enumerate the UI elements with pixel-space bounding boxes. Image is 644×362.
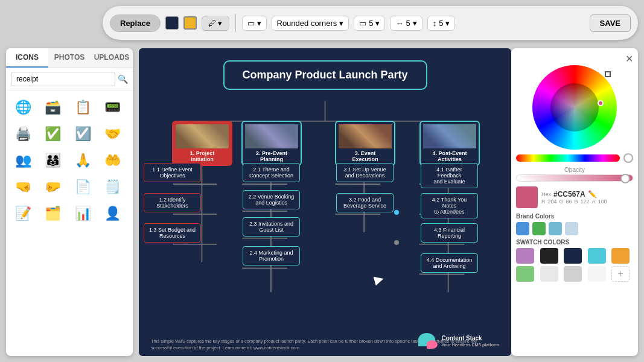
- l2-box-1-3[interactable]: 1.3 Set Budget andResources: [144, 223, 201, 243]
- l2-box-4-4[interactable]: 4.4 Documentationand Archiving: [421, 253, 478, 273]
- search-input[interactable]: [11, 72, 115, 86]
- list-item[interactable]: 📊: [71, 202, 95, 226]
- l2-box-2-3[interactable]: 2.3 Invitations andGuest List: [243, 217, 300, 237]
- list-item[interactable]: 🗂️: [41, 202, 65, 226]
- list-item[interactable]: 🤜: [11, 175, 35, 199]
- border-size-select[interactable]: ▭ 5 ▾: [354, 16, 385, 31]
- list-item[interactable]: 🗒️: [101, 175, 125, 199]
- list-item[interactable]: 📝: [11, 202, 35, 226]
- l2-box-1-2[interactable]: 1.2 IdentifyStakeholders: [144, 193, 201, 212]
- fill-color-swatch[interactable]: [165, 16, 179, 30]
- list-item[interactable]: ✅: [41, 122, 65, 146]
- style-picker-button[interactable]: 🖊 ▾: [202, 16, 229, 31]
- left-panel: ICONS PHOTOS UPLOADS 🔍 🌐 🗃️ 📋 📟 🖨️ ✅ ☑️ …: [6, 48, 133, 356]
- brand-color-dots: [516, 222, 633, 235]
- l1-box-3[interactable]: 3. EventExecution: [335, 121, 395, 166]
- list-item[interactable]: 🤝: [101, 122, 125, 146]
- list-item[interactable]: 🌐: [11, 95, 35, 119]
- list-item[interactable]: 📄: [71, 175, 95, 199]
- brand-color-1[interactable]: [516, 222, 529, 235]
- hex-section: Hex #CC567A ✏️ R 204 G 86 B 122 A 100: [516, 186, 633, 208]
- list-item[interactable]: 🤲: [101, 148, 125, 173]
- l1-box-2-label: 2. Pre-EventPlanning: [256, 150, 287, 162]
- list-item[interactable]: 👥: [11, 148, 35, 173]
- l1-box-4[interactable]: 4. Post-EventActivities: [419, 121, 480, 166]
- color-wheel-svg: [532, 65, 617, 150]
- l1-box-1[interactable]: 1. ProjectInitiation: [172, 121, 232, 166]
- a-value: 100: [598, 198, 607, 205]
- replace-button[interactable]: Replace: [110, 14, 161, 32]
- l2-box-3-2[interactable]: 3.2 Food andBeverage Service: [336, 193, 394, 212]
- v-spacing-value: 5: [439, 19, 443, 28]
- l2-box-4-1[interactable]: 4.1 Gather Feedbackand Evaluate: [421, 163, 478, 188]
- rounded-corners-label: Rounded corners: [277, 19, 337, 28]
- search-row: 🔍: [6, 68, 133, 91]
- l2-box-1-1[interactable]: 1.1 Define EventObjectives: [144, 163, 201, 182]
- opacity-bar[interactable]: [516, 174, 633, 182]
- l1-box-2[interactable]: 2. Pre-EventPlanning: [241, 121, 302, 166]
- hex-edit-icon[interactable]: ✏️: [588, 190, 597, 198]
- opacity-handle[interactable]: [620, 174, 630, 183]
- hue-handle[interactable]: [623, 153, 633, 163]
- l2-box-4-3[interactable]: 4.3 FinancialReporting: [421, 223, 478, 243]
- opacity-label: Opacity: [516, 167, 633, 173]
- swatch-9[interactable]: [588, 266, 606, 282]
- brand-color-3[interactable]: [549, 222, 562, 235]
- hue-bar[interactable]: [516, 154, 620, 162]
- panel-tabs: ICONS PHOTOS UPLOADS: [6, 48, 133, 68]
- save-button[interactable]: SAVE: [590, 14, 631, 32]
- list-item[interactable]: 🙏: [71, 148, 95, 173]
- swatch-6[interactable]: [516, 266, 534, 282]
- list-item[interactable]: 📋: [71, 95, 95, 119]
- brand-colors-label: Brand Colors: [516, 213, 633, 220]
- list-item[interactable]: 👨‍👩‍👧: [41, 148, 65, 173]
- connector-dot-1: [394, 210, 399, 215]
- toolbar: Replace 🖊 ▾ ▭▾ Rounded corners ▾ ▭ 5 ▾ ↔…: [103, 6, 638, 40]
- wbs-title[interactable]: Company Product Launch Party: [223, 60, 427, 90]
- swatch-add-button[interactable]: +: [611, 266, 630, 282]
- h-spacing-select[interactable]: ↔ 5 ▾: [390, 16, 422, 31]
- border-size-value: 5: [369, 19, 373, 28]
- swatch-1[interactable]: [516, 248, 534, 264]
- list-item[interactable]: 🖨️: [11, 122, 35, 146]
- list-item[interactable]: 📟: [101, 95, 125, 119]
- swatch-7[interactable]: [540, 266, 558, 282]
- list-item[interactable]: 👤: [101, 202, 125, 226]
- a-label: A: [592, 198, 596, 205]
- hex-value: #CC567A: [553, 190, 585, 198]
- tab-uploads[interactable]: UPLOADS: [91, 48, 133, 68]
- rgb-row: R 204 G 86 B 122 A 100: [541, 198, 633, 205]
- swatch-8[interactable]: [564, 266, 582, 282]
- r-value: 204: [548, 198, 557, 205]
- brand-color-2[interactable]: [532, 222, 546, 235]
- color-wheel-white-dot: [605, 71, 611, 77]
- brand-color-4[interactable]: [565, 222, 578, 235]
- rounded-corners-select[interactable]: Rounded corners ▾: [272, 16, 349, 31]
- list-item[interactable]: 🤛: [41, 175, 65, 199]
- r-label: R: [541, 198, 546, 205]
- shape-select[interactable]: ▭▾: [242, 16, 267, 31]
- close-button[interactable]: ✕: [625, 53, 633, 65]
- b-value: 122: [581, 198, 590, 205]
- l2-box-2-4[interactable]: 2.4 Marketing andPromotion: [243, 246, 300, 265]
- v-spacing-select[interactable]: ↕ 5 ▾: [427, 16, 456, 31]
- l2-box-3-1[interactable]: 3.1 Set Up Venueand Decorations: [336, 163, 394, 182]
- swatch-3[interactable]: [564, 248, 582, 264]
- tab-icons[interactable]: ICONS: [6, 48, 48, 68]
- l2-box-4-2[interactable]: 4.2 Thank You Notesto Attendees: [421, 193, 478, 218]
- l2-box-2-2[interactable]: 2.2 Venue Bookingand Logistics: [243, 190, 300, 209]
- swatch-grid: +: [516, 248, 633, 282]
- list-item[interactable]: ☑️: [71, 122, 95, 146]
- list-item[interactable]: 🗃️: [41, 95, 65, 119]
- swatch-5[interactable]: [611, 248, 630, 264]
- swatch-4[interactable]: [588, 248, 606, 264]
- right-panel: ✕ Opacity: [511, 48, 638, 356]
- color-wheel-container[interactable]: [532, 65, 617, 150]
- stroke-color-swatch[interactable]: [183, 16, 197, 30]
- search-button[interactable]: 🔍: [118, 74, 128, 84]
- tab-photos[interactable]: PHOTOS: [48, 48, 91, 68]
- l2-box-2-1[interactable]: 2.1 Theme andConcept Selection: [243, 163, 300, 182]
- swatch-2[interactable]: [540, 248, 558, 264]
- hex-color-preview[interactable]: [516, 186, 538, 208]
- canvas-area[interactable]: Company Product Launch Party 1. ProjectI…: [139, 48, 511, 356]
